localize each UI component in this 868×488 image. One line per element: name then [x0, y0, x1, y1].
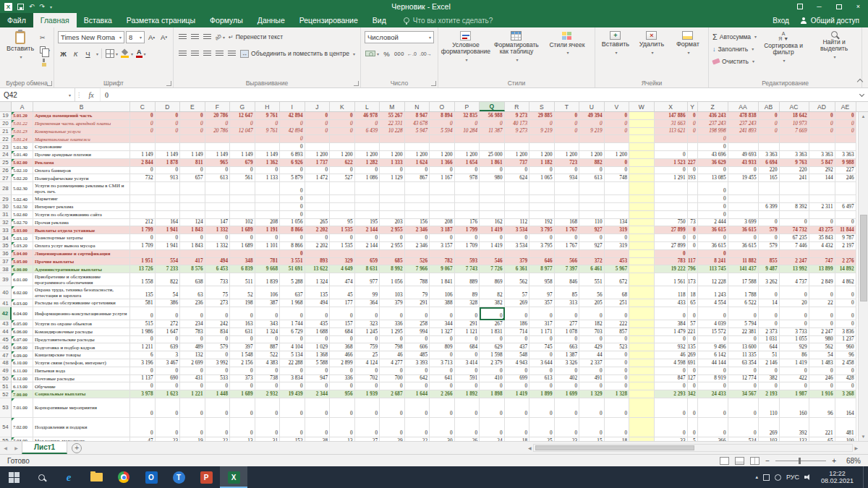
grid-cell[interactable]: 20 786	[205, 112, 231, 120]
grid-cell[interactable]	[688, 143, 698, 151]
grid-cell[interactable]: 0	[130, 120, 156, 128]
grid-cell[interactable]	[305, 211, 331, 219]
sort-filter-button[interactable]: АЯ ▼ Сортировка и фильтр ▾	[760, 30, 807, 63]
grid-cell[interactable]	[405, 203, 430, 211]
grid-cell[interactable]	[330, 211, 355, 219]
grid-cell[interactable]: 466	[330, 351, 355, 359]
grid-cell[interactable]: 0	[156, 382, 181, 390]
grid-cell[interactable]: 0	[156, 336, 181, 344]
grid-cell[interactable]: 157	[330, 320, 355, 328]
grid-cell[interactable]: 2 699	[180, 359, 205, 367]
grid-cell[interactable]: 1 329	[579, 390, 605, 398]
grid-cell[interactable]: 198	[230, 299, 255, 307]
grid-cell[interactable]: 5.03.10	[12, 234, 33, 242]
grid-cell[interactable]: 6.08.00	[12, 343, 33, 351]
find-select-button[interactable]: Найти и выделить ▾	[810, 30, 858, 59]
grid-cell[interactable]: 152	[280, 437, 305, 441]
grid-cell[interactable]: 0	[405, 234, 430, 242]
grid-cell[interactable]: 1 171	[529, 328, 555, 336]
grid-cell[interactable]: 1 939	[355, 390, 380, 398]
grid-cell[interactable]: 738	[255, 375, 281, 383]
grid-cell[interactable]: 221	[809, 418, 835, 437]
grid-cell[interactable]: 0	[405, 167, 430, 175]
grid-cell[interactable]: 637	[280, 286, 305, 299]
grid-cell[interactable]: 0	[230, 167, 255, 175]
grid-cell[interactable]: 3 733	[780, 328, 809, 336]
grid-cell[interactable]: 12 228	[698, 273, 728, 286]
grid-cell[interactable]: 3 699	[728, 219, 759, 227]
grid-cell[interactable]: 11 844	[835, 226, 856, 234]
grid-cell[interactable]: 36 615	[698, 242, 728, 250]
grid-cell[interactable]: 783	[180, 328, 205, 336]
grid-cell[interactable]: 0	[255, 336, 281, 344]
grid-cell[interactable]: 2 932	[255, 390, 281, 398]
grid-cell[interactable]: 0	[480, 382, 505, 390]
grid-cell[interactable]: 1 472	[305, 174, 331, 182]
grid-cell[interactable]: 3 836	[835, 328, 856, 336]
orientation-button[interactable]: ab▾	[214, 31, 226, 43]
grid-cell[interactable]: 0	[180, 382, 205, 390]
grid-cell[interactable]: 1 841	[430, 273, 455, 286]
grid-cell[interactable]: 0	[809, 120, 835, 128]
grid-cell[interactable]: 0	[255, 234, 281, 242]
grid-cell[interactable]: 9 219	[579, 128, 605, 136]
grid-cell[interactable]: 1 031	[759, 336, 780, 344]
grid-cell[interactable]: 9 988	[835, 159, 856, 167]
grid-cell[interactable]: 0	[205, 351, 231, 359]
taskbar-app-folder[interactable]	[82, 466, 110, 488]
grid-cell[interactable]: 533	[205, 375, 231, 383]
grid-cell[interactable]: 43 933	[728, 159, 759, 167]
grid-cell[interactable]: 593	[455, 258, 480, 266]
grid-cell[interactable]: 3 534	[505, 226, 530, 234]
grid-cell[interactable]: 13 992	[780, 265, 809, 273]
grid-cell[interactable]	[688, 151, 698, 159]
row-header-51[interactable]: 51	[0, 382, 12, 390]
grid-cell[interactable]	[728, 211, 759, 219]
grid-cell[interactable]: 0	[405, 398, 430, 418]
grid-cell[interactable]: 382	[759, 375, 780, 383]
grid-cell[interactable]: 0	[180, 120, 205, 128]
grid-cell[interactable]: 1 167	[430, 174, 455, 182]
grid-cell[interactable]: 1 941	[156, 242, 181, 250]
grid-cell[interactable]: 0	[555, 418, 580, 437]
grid-cell[interactable]: 515	[130, 320, 156, 328]
grid-cell[interactable]: 22	[809, 299, 835, 307]
grid-cell[interactable]	[629, 174, 655, 182]
grid-cell[interactable]: 0	[688, 418, 698, 437]
grid-cell[interactable]: 10 973	[780, 120, 809, 128]
grid-cell[interactable]	[759, 143, 780, 151]
grid-cell[interactable]: 0	[205, 167, 231, 175]
grid-cell[interactable]: 0	[605, 112, 630, 120]
grid-cell[interactable]: 5 134	[280, 351, 305, 359]
grid-cell[interactable]: Представительские расходы	[33, 336, 130, 344]
grid-cell[interactable]: 1 362	[255, 159, 281, 167]
grid-cell[interactable]: 0	[355, 382, 380, 390]
row-header-48[interactable]: 48	[0, 359, 12, 367]
grid-cell[interactable]	[555, 143, 580, 151]
grid-cell[interactable]: 0	[255, 382, 281, 390]
grid-cell[interactable]: 0	[405, 367, 430, 375]
grid-cell[interactable]: 1 200	[330, 151, 355, 159]
grid-cell[interactable]: 7 397	[555, 265, 580, 273]
grid-cell[interactable]: 0	[230, 367, 255, 375]
grid-cell[interactable]: 0	[305, 398, 331, 418]
grid-cell[interactable]: 0	[130, 307, 156, 320]
grid-cell[interactable]: 112	[505, 219, 530, 227]
grid-cell[interactable]: 927	[579, 242, 605, 250]
grid-cell[interactable]: 51	[759, 351, 780, 359]
grid-cell[interactable]: 0	[698, 135, 728, 143]
grid-cell[interactable]	[835, 211, 856, 219]
grid-cell[interactable]: 798	[380, 343, 405, 351]
ribbon-tab-Рецензирование[interactable]: Рецензирование	[292, 13, 365, 27]
grid-cell[interactable]	[728, 143, 759, 151]
grid-cell[interactable]: 9 496	[698, 343, 728, 351]
grid-cell[interactable]: 0	[605, 382, 630, 390]
column-header-V[interactable]: V	[605, 102, 630, 111]
grid-cell[interactable]: 0	[555, 307, 580, 320]
grid-cell[interactable]: 5.03.00	[12, 226, 33, 234]
grid-cell[interactable]: 0	[655, 307, 688, 320]
grid-cell[interactable]: 6 439	[355, 128, 380, 136]
grid-cell[interactable]	[480, 182, 505, 195]
grid-cell[interactable]: 1 699	[555, 390, 580, 398]
grid-cell[interactable]: 24 433	[698, 390, 728, 398]
